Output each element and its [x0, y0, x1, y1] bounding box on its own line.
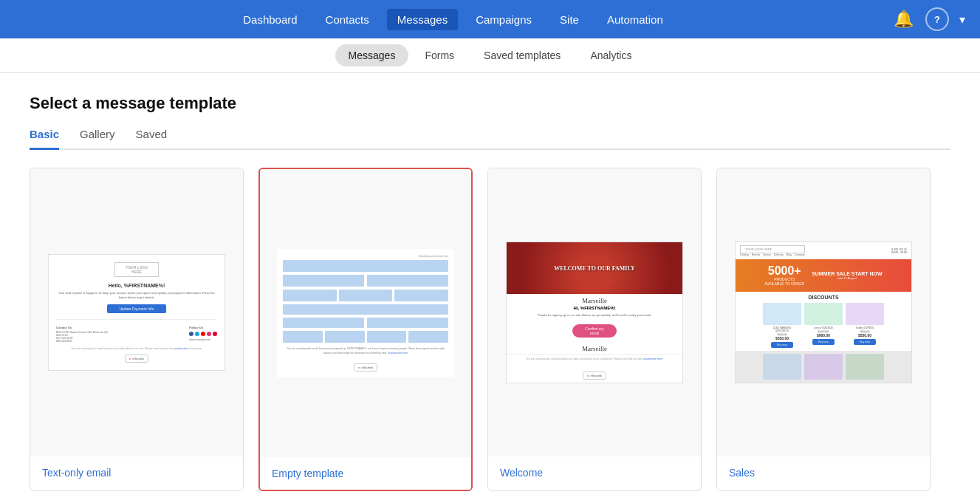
notifications-button[interactable]: 🔔 — [891, 7, 915, 31]
sales-phone-img-2 — [804, 354, 843, 380]
sales-product-3: Toshiba 55V/80GG $800.00 $550.00 Buy now — [846, 303, 884, 348]
welcome-preview-image: WELCOME TO OUR FAMILY — [507, 242, 682, 294]
sales-logo: YOUR LOGO HERE — [740, 245, 805, 253]
sales-product-1: QLED SAMSUNGQ80T/Q80TG $500.00 $350.00 B… — [763, 303, 801, 348]
sales-banner-left: 5000+ PRODUCTS AVAILABLE TO ORDER — [764, 265, 804, 286]
template-card-empty[interactable]: Template preview header here — [258, 168, 473, 491]
template-card-sales[interactable]: YOUR LOGO HERE Catalog Brands Stories De… — [716, 168, 931, 491]
sales-product-img-2 — [804, 303, 843, 325]
welcome-body-text: Thanks for signing up on our site. Befor… — [507, 310, 682, 320]
sales-banner-right: SUMMER SALE START NOW until 21 August — [812, 271, 883, 280]
twitter-icon-preview — [195, 332, 199, 336]
welcome-esputnik-inner: e eSputnik — [583, 372, 606, 380]
sales-phones-section — [736, 351, 911, 383]
empty-quad-2 — [325, 331, 365, 343]
sales-available-label: AVAILABLE TO ORDER — [764, 281, 804, 286]
preview-unsubscribe: You are receiving this email because you… — [56, 347, 217, 350]
sub-nav-saved-templates[interactable]: Saved templates — [470, 44, 574, 66]
welcome-esputnik-badge: e eSputnik — [507, 363, 682, 383]
welcome-marseille-footer-title: Marseille — [507, 342, 682, 354]
template-card-welcome[interactable]: WELCOME TO OUR FAMILY Marseille Hi, %FIR… — [487, 168, 702, 491]
nav-site[interactable]: Site — [549, 9, 589, 30]
nav-messages[interactable]: Messages — [387, 9, 458, 30]
youtube-icon-preview — [201, 332, 205, 336]
tab-gallery[interactable]: Gallery — [80, 128, 115, 150]
preview-cta-button: Update Payment Info — [107, 304, 166, 313]
sales-5000: 5000+ — [764, 265, 804, 277]
sales-product-name-1: QLED SAMSUNGQ80T/Q80TG — [763, 326, 801, 332]
sales-header-left: YOUR LOGO HERE Catalog Brands Stories De… — [740, 245, 805, 256]
welcome-to-our-family-text: WELCOME TO OUR FAMILY — [554, 265, 635, 272]
nav-automation[interactable]: Automation — [597, 9, 674, 30]
sales-nav-catalog: Catalog — [740, 253, 749, 256]
empty-quad-4 — [408, 331, 448, 343]
sales-product-name-2: Lenovo E545/E140 — [804, 326, 843, 329]
instagram-icon-preview — [207, 332, 211, 336]
empty-row-1 — [283, 260, 448, 272]
empty-half-2 — [367, 275, 448, 287]
empty-esputnik-logo: e — [358, 366, 360, 369]
preview-footer: Contact Us BOX H738, Station Centre-Vill… — [56, 326, 217, 343]
template-label-welcome: Welcome — [488, 456, 701, 489]
welcome-esputnik-name: eSputnik — [590, 374, 602, 377]
welcome-marseille-title: Marseille — [507, 294, 682, 306]
nav-campaigns[interactable]: Campaigns — [465, 9, 542, 30]
preview-powered: e eSputnik — [56, 355, 217, 363]
sales-nav: Catalog Brands Stories Delivery Blog Con… — [740, 253, 805, 256]
preview-logo: YOUR LOGO HERE — [114, 262, 159, 277]
template-label-sales: Sales — [717, 456, 930, 489]
sales-products-list: QLED SAMSUNGQ80T/Q80TG $500.00 $350.00 B… — [740, 303, 907, 348]
sales-preview-content: YOUR LOGO HERE Catalog Brands Stories De… — [735, 242, 912, 383]
preview-follow-label: Follow Us — [189, 326, 217, 329]
preview-website: www.example.com — [189, 338, 217, 341]
tab-saved[interactable]: Saved — [136, 128, 168, 150]
empty-esputnik-badge: e eSputnik — [354, 363, 377, 372]
sales-phone-img-3 — [846, 354, 884, 380]
template-label-text-only: Text-only email — [30, 456, 243, 489]
templates-grid: YOUR LOGO HERE Hello, %FIRSTNAME%! Your … — [30, 168, 950, 491]
preview-divider — [56, 319, 217, 320]
sales-nav-stories: Stories — [763, 253, 771, 256]
top-nav-icons: 🔔 ? ▾ — [891, 7, 965, 31]
sales-nav-contacts: Contacts — [795, 253, 805, 256]
help-button[interactable]: ? — [925, 7, 949, 31]
sales-product-name-3: Toshiba 55V/80GG — [846, 326, 884, 329]
nav-dashboard[interactable]: Dashboard — [233, 9, 307, 30]
preview-body-text: Your card expired. It happens. To keep y… — [56, 291, 217, 299]
empty-footer-text: You are receiving this email because you… — [283, 347, 448, 355]
sales-product-img-3 — [846, 303, 884, 325]
template-card-text-only[interactable]: YOUR LOGO HERE Hello, %FIRSTNAME%! Your … — [30, 168, 244, 491]
preview-follow-us: Follow Us www.example.com — [189, 326, 217, 343]
sub-nav: Messages Forms Saved templates Analytics — [0, 38, 980, 73]
sub-nav-forms[interactable]: Forms — [411, 44, 467, 66]
top-nav-links: Dashboard Contacts Messages Campaigns Si… — [15, 9, 891, 30]
nav-contacts[interactable]: Contacts — [315, 9, 380, 30]
tab-basic[interactable]: Basic — [30, 128, 59, 150]
preview-address-text: BOX H738, Station Centre-Ville Montreal,… — [56, 331, 109, 343]
sales-discounts-title: DISCOUNTS — [740, 295, 907, 300]
sales-nav-blog: Blog — [787, 253, 792, 256]
facebook-icon-preview — [189, 332, 193, 336]
empty-half-3 — [283, 318, 364, 328]
sales-price-3: $550.00 — [846, 333, 884, 338]
sub-nav-analytics[interactable]: Analytics — [577, 44, 645, 66]
sales-time: 8 800 123 4509:00 - 23:00 — [891, 248, 907, 254]
empty-third-2 — [339, 290, 393, 301]
top-nav: Dashboard Contacts Messages Campaigns Si… — [0, 0, 980, 38]
sales-phone-img-1 — [763, 354, 801, 380]
sales-nav-brands: Brands — [752, 253, 760, 256]
sales-buy-btn-1: Buy now — [771, 342, 793, 348]
sales-buy-btn-3: Buy now — [854, 339, 876, 345]
template-preview-sales: YOUR LOGO HERE Catalog Brands Stories De… — [717, 168, 930, 456]
sub-nav-messages[interactable]: Messages — [335, 44, 409, 66]
sales-product-img-1 — [763, 303, 801, 325]
page-title: Select a message template — [30, 94, 950, 113]
empty-thirds-1 — [283, 290, 448, 301]
empty-esputnik-name: eSputnik — [361, 366, 373, 369]
template-preview-text-only: YOUR LOGO HERE Hello, %FIRSTNAME%! Your … — [30, 168, 243, 456]
empty-preview-content: Template preview header here — [277, 249, 454, 377]
sales-banner: 5000+ PRODUCTS AVAILABLE TO ORDER SUMMER… — [736, 259, 911, 292]
template-preview-empty: Template preview header here — [260, 169, 471, 457]
sales-header: YOUR LOGO HERE Catalog Brands Stories De… — [736, 242, 911, 259]
user-dropdown-button[interactable]: ▾ — [959, 13, 965, 27]
